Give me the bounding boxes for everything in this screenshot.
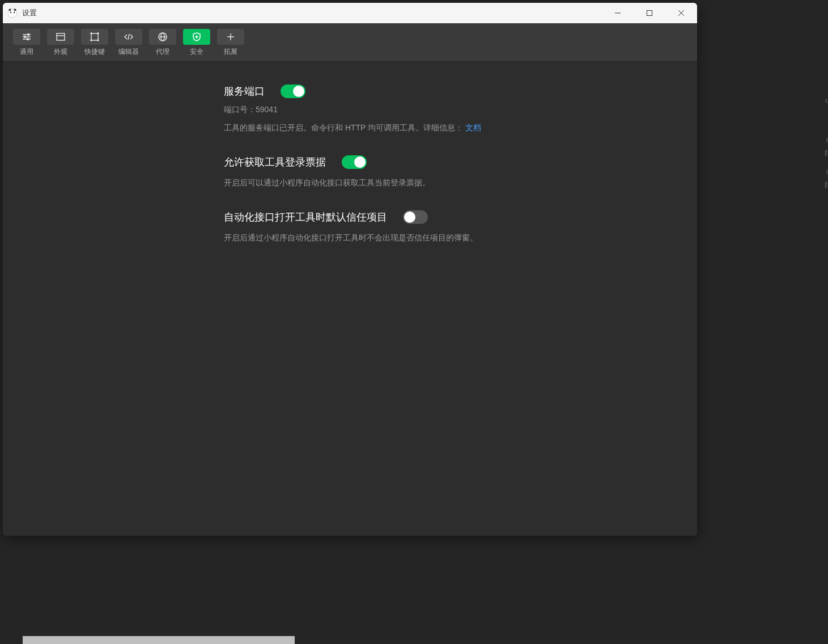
tab-shortcut[interactable]: 快捷键 bbox=[81, 29, 108, 57]
port-value: 59041 bbox=[256, 105, 278, 114]
tab-label: 快捷键 bbox=[84, 47, 105, 57]
section-heading: 自动化接口打开工具时默认信任项目 bbox=[224, 210, 387, 224]
minimize-button[interactable] bbox=[602, 3, 634, 23]
ticket-description: 开启后可以通过小程序自动化接口获取工具当前登录票据。 bbox=[224, 176, 587, 190]
frame-icon bbox=[81, 29, 108, 45]
tab-label: 安全 bbox=[190, 47, 203, 57]
globe-icon bbox=[149, 29, 176, 45]
svg-point-4 bbox=[14, 9, 16, 11]
port-number-line: 端口号：59041 bbox=[224, 105, 587, 115]
window-title: 设置 bbox=[22, 8, 37, 18]
svg-point-12 bbox=[28, 34, 29, 36]
plus-icon bbox=[217, 29, 244, 45]
tab-label: 通用 bbox=[20, 47, 33, 57]
svg-line-26 bbox=[128, 34, 129, 40]
section-heading: 允许获取工具登录票据 bbox=[224, 155, 326, 169]
tab-proxy[interactable]: 代理 bbox=[149, 29, 176, 57]
titlebar: 设置 bbox=[3, 3, 697, 23]
svg-point-14 bbox=[27, 39, 29, 40]
minimize-icon bbox=[614, 10, 621, 16]
toggle-service-port[interactable] bbox=[281, 84, 305, 98]
bg-code-hint: 段 bbox=[825, 149, 828, 158]
tab-label: 外观 bbox=[54, 47, 67, 57]
toggle-login-ticket[interactable] bbox=[342, 155, 367, 169]
desc-text: 开启后通过小程序自动化接口打开工具时不会出现是否信任项目的弹窗。 bbox=[224, 233, 478, 242]
trust-description: 开启后通过小程序自动化接口打开工具时不会出现是否信任项目的弹窗。 bbox=[224, 231, 587, 245]
port-label: 端口号： bbox=[224, 105, 256, 114]
tab-label: 编辑器 bbox=[118, 47, 139, 57]
port-description: 工具的服务端口已开启。命令行和 HTTP 均可调用工具。详细信息： 文档 bbox=[224, 121, 587, 135]
svg-rect-15 bbox=[57, 33, 65, 40]
settings-content: 服务端口 端口号：59041 工具的服务端口已开启。命令行和 HTTP 均可调用… bbox=[3, 62, 697, 536]
tab-general[interactable]: 通用 bbox=[13, 29, 40, 57]
app-icon bbox=[7, 8, 18, 18]
svg-point-1 bbox=[10, 12, 11, 13]
bg-code-hint: st bbox=[826, 168, 828, 176]
tab-appearance[interactable]: 外观 bbox=[47, 29, 74, 57]
settings-tabbar: 通用 外观 快捷键 编辑器 代理 bbox=[3, 23, 697, 62]
section-login-ticket: 允许获取工具登录票据 开启后可以通过小程序自动化接口获取工具当前登录票据。 bbox=[224, 155, 587, 190]
svg-rect-17 bbox=[91, 33, 98, 40]
tab-security[interactable]: 安全 bbox=[183, 29, 210, 57]
svg-rect-6 bbox=[647, 11, 652, 16]
close-icon bbox=[678, 10, 685, 16]
close-button[interactable] bbox=[665, 3, 697, 23]
svg-point-3 bbox=[9, 9, 11, 11]
desc-text: 开启后可以通过小程序自动化接口获取工具当前登录票据。 bbox=[224, 178, 430, 187]
maximize-icon bbox=[646, 10, 653, 16]
tab-label: 拓展 bbox=[224, 47, 237, 57]
window-controls bbox=[602, 3, 697, 23]
bg-code-hint: ur bbox=[825, 96, 828, 104]
section-heading: 服务端口 bbox=[224, 84, 265, 98]
tab-label: 代理 bbox=[156, 47, 169, 57]
svg-point-2 bbox=[14, 12, 15, 13]
code-icon bbox=[115, 29, 142, 45]
shield-icon bbox=[183, 29, 210, 45]
backdrop-bottom-strip bbox=[23, 636, 295, 644]
section-service-port: 服务端口 端口号：59041 工具的服务端口已开启。命令行和 HTTP 均可调用… bbox=[224, 84, 587, 135]
desc-text: 工具的服务端口已开启。命令行和 HTTP 均可调用工具。详细信息： bbox=[224, 123, 463, 132]
svg-point-13 bbox=[24, 36, 26, 38]
security-panel: 服务端口 端口号：59041 工具的服务端口已开启。命令行和 HTTP 均可调用… bbox=[224, 84, 587, 245]
layout-icon bbox=[47, 29, 74, 45]
bg-code-hint: 段 bbox=[825, 180, 828, 190]
sliders-icon bbox=[13, 29, 40, 45]
toggle-auto-trust[interactable] bbox=[403, 210, 428, 224]
doc-link[interactable]: 文档 bbox=[465, 123, 481, 132]
bg-code-hint: ct bbox=[826, 136, 828, 144]
maximize-button[interactable] bbox=[634, 3, 665, 23]
tab-extension[interactable]: 拓展 bbox=[217, 29, 244, 57]
section-auto-trust: 自动化接口打开工具时默认信任项目 开启后通过小程序自动化接口打开工具时不会出现是… bbox=[224, 210, 587, 245]
tab-editor[interactable]: 编辑器 bbox=[115, 29, 142, 57]
settings-window: 设置 通用 外观 bbox=[3, 3, 697, 536]
